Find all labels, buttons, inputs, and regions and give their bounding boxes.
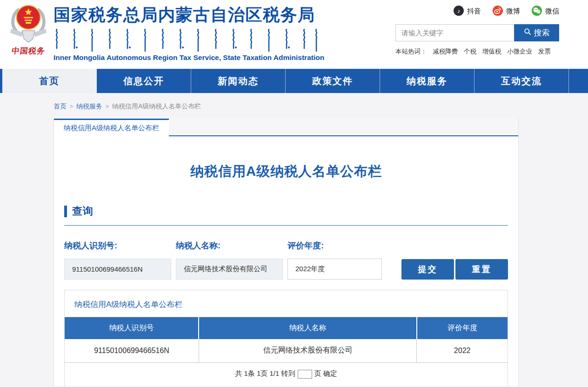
nav-item-news[interactable]: 新闻动态 <box>191 69 286 93</box>
svg-text:♪: ♪ <box>457 7 461 14</box>
cell-taxpayer-id: 91150100699466516N <box>65 339 199 363</box>
social-douyin[interactable]: ♪ 抖音 <box>454 6 481 17</box>
field-evaluation-year: 评价年度: <box>287 240 382 280</box>
breadcrumb-tax-service-link[interactable]: 纳税服务 <box>76 102 102 110</box>
nav-item-interaction[interactable]: 互动交流 <box>474 69 569 93</box>
tab-label: 纳税信用A级纳税人名单公布栏 <box>64 124 159 133</box>
nav-item-tax-service[interactable]: 纳税服务 <box>380 69 474 93</box>
nav-item-home[interactable]: 首页 <box>2 69 97 93</box>
social-douyin-label: 抖音 <box>467 7 481 16</box>
search-button-label: 搜索 <box>534 27 550 38</box>
breadcrumb-separator: > <box>106 103 109 110</box>
header-right: ♪ 抖音 微博 <box>395 6 559 56</box>
pagination: 共 1条 1页 1/1 转到页 确定 <box>65 363 508 387</box>
query-form: 纳税人识别号: 纳税人名称: 评价年度: 提交 重置 <box>64 240 508 280</box>
evaluation-year-label: 评价年度: <box>287 240 382 251</box>
query-section-header: 查询 <box>64 204 508 218</box>
query-section: 查询 纳税人识别号: 纳税人名称: 评价年度: 提交 重置 <box>54 204 518 280</box>
main-nav: 首页 信息公开 新闻动态 政策文件 纳税服务 互动交流 <box>0 69 588 93</box>
taxpayer-id-input[interactable] <box>64 259 171 280</box>
query-buttons: 提交 重置 <box>401 259 508 280</box>
table-header-row: 纳税人识别号 纳税人名称 评价年度 <box>65 317 508 339</box>
hot-word-link[interactable]: 发票 <box>538 48 551 55</box>
pagination-confirm-button[interactable]: 确定 <box>323 369 337 377</box>
hot-word-link[interactable]: 增值税 <box>482 48 501 55</box>
breadcrumb-home-link[interactable]: 首页 <box>53 102 67 110</box>
taxpayer-name-label: 纳税人名称: <box>176 240 283 251</box>
hot-words: 本站热词： 减税降费 个税 增值税 小微企业 发票 <box>395 47 559 56</box>
cell-evaluation-year: 2022 <box>417 339 508 363</box>
mongolian-script <box>55 29 321 52</box>
douyin-icon: ♪ <box>454 6 464 17</box>
content-card: 纳税信用A级纳税人名单公布栏 纳税信用A级纳税人名单公布栏 查询 纳税人识别号:… <box>53 119 519 387</box>
search-icon <box>524 28 531 38</box>
hot-words-label: 本站热词： <box>395 48 427 55</box>
section-accent-bar <box>64 206 67 217</box>
pagination-unit: 页 <box>314 369 321 377</box>
nav-item-label: 信息公开 <box>123 75 164 87</box>
hot-word-link[interactable]: 个税 <box>464 48 476 55</box>
nav-item-label: 新闻动态 <box>218 75 259 87</box>
social-wechat[interactable]: 微信 <box>532 6 559 17</box>
col-header-evaluation-year: 评价年度 <box>417 317 508 339</box>
logo-badge-text: 中国税务 <box>5 46 52 56</box>
taxpayer-name-input[interactable] <box>176 259 283 280</box>
social-links: ♪ 抖音 微博 <box>395 6 559 17</box>
pagination-summary: 共 1条 1页 1/1 转到 <box>235 369 295 377</box>
social-weibo[interactable]: 微博 <box>493 6 520 17</box>
evaluation-year-input[interactable] <box>287 259 382 280</box>
social-wechat-label: 微信 <box>545 7 559 16</box>
breadcrumb: 首页>纳税服务>纳税信用A级纳税人名单公布栏 <box>0 93 588 119</box>
site-title-block: 国家税务总局内蒙古自治区税务局 Inner Mongolia Autonomou… <box>53 4 361 62</box>
social-weibo-label: 微博 <box>506 7 520 16</box>
cell-taxpayer-name: 信元网络技术股份有限公司 <box>199 339 416 363</box>
weibo-icon <box>493 6 503 17</box>
search-input[interactable] <box>395 24 514 41</box>
tab-credit-a-list[interactable]: 纳税信用A级纳税人名单公布栏 <box>54 119 169 136</box>
page-title: 纳税信用A级纳税人名单公布栏 <box>54 162 518 181</box>
page-main: 首页>纳税服务>纳税信用A级纳税人名单公布栏 纳税信用A级纳税人名单公布栏 纳税… <box>0 93 588 387</box>
nav-item-info-disclosure[interactable]: 信息公开 <box>97 69 191 93</box>
col-header-taxpayer-name: 纳税人名称 <box>199 317 416 339</box>
site-subtitle-en: Inner Mongolia Autonomous Region Tax Ser… <box>53 53 361 62</box>
query-section-title: 查询 <box>72 204 94 218</box>
page-number-input[interactable] <box>298 370 312 379</box>
breadcrumb-separator: > <box>70 103 73 110</box>
nav-item-policy[interactable]: 政策文件 <box>286 69 380 93</box>
breadcrumb-current: 纳税信用A级纳税人名单公布栏 <box>112 102 201 110</box>
reset-button[interactable]: 重置 <box>455 259 508 280</box>
nav-item-label: 互动交流 <box>501 75 542 87</box>
tab-bar-rule <box>169 119 518 136</box>
results-box: 纳税信用A级纳税人名单公布栏 纳税人识别号 纳税人名称 评价年度 9115010… <box>64 290 508 387</box>
results-table: 纳税人识别号 纳税人名称 评价年度 91150100699466516N 信元网… <box>65 317 508 363</box>
taxpayer-id-label: 纳税人识别号: <box>64 240 171 251</box>
site-header: 中国税务 国家税务总局内蒙古自治区税务局 Inner Mongolia Auto… <box>0 0 588 69</box>
tab-bar: 纳税信用A级纳税人名单公布栏 <box>54 119 518 136</box>
field-taxpayer-name: 纳税人名称: <box>176 240 283 280</box>
nav-item-label: 政策文件 <box>312 75 353 87</box>
nav-filler <box>569 69 588 93</box>
site-title: 国家税务总局内蒙古自治区税务局 <box>53 4 361 27</box>
nav-item-label: 纳税服务 <box>407 75 448 87</box>
site-logo[interactable]: 中国税务 <box>6 2 51 56</box>
hot-word-link[interactable]: 减税降费 <box>433 48 458 55</box>
wechat-icon <box>532 6 542 17</box>
submit-button[interactable]: 提交 <box>401 259 454 280</box>
site-search: 搜索 <box>395 24 559 41</box>
hot-word-link[interactable]: 小微企业 <box>507 48 532 55</box>
table-row: 91150100699466516N 信元网络技术股份有限公司 2022 <box>65 339 508 363</box>
nav-item-label: 首页 <box>39 75 60 87</box>
search-button[interactable]: 搜索 <box>514 24 559 41</box>
results-box-title: 纳税信用A级纳税人名单公布栏 <box>65 290 508 317</box>
field-taxpayer-id: 纳税人识别号: <box>64 240 171 280</box>
col-header-taxpayer-id: 纳税人识别号 <box>65 317 199 339</box>
section-divider <box>64 225 508 226</box>
